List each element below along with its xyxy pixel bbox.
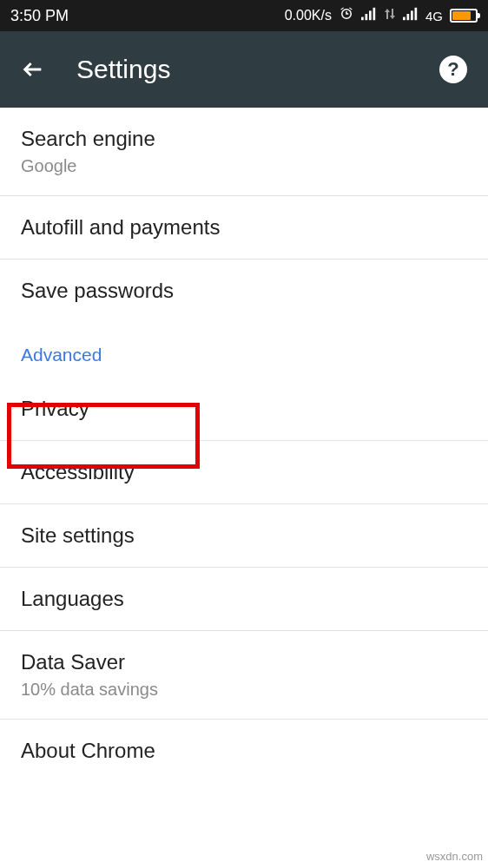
accessibility-item[interactable]: Accessibility bbox=[0, 441, 488, 504]
item-subtitle: 10% data savings bbox=[21, 680, 467, 700]
languages-item[interactable]: Languages bbox=[0, 568, 488, 631]
about-chrome-item[interactable]: About Chrome bbox=[0, 720, 488, 782]
svg-rect-3 bbox=[373, 7, 375, 19]
svg-rect-1 bbox=[365, 14, 367, 20]
svg-rect-7 bbox=[414, 7, 417, 19]
svg-rect-5 bbox=[406, 14, 409, 20]
status-bar: 3:50 PM 0.00K/s 4G bbox=[0, 0, 488, 31]
alarm-icon bbox=[339, 6, 354, 26]
settings-list: Search engine Google Autofill and paymen… bbox=[0, 108, 488, 782]
item-subtitle: Google bbox=[21, 156, 467, 176]
svg-rect-6 bbox=[411, 10, 413, 20]
help-button[interactable]: ? bbox=[439, 56, 467, 83]
data-saver-item[interactable]: Data Saver 10% data savings bbox=[0, 631, 488, 720]
signal-icon bbox=[361, 7, 377, 25]
item-title: Search engine bbox=[21, 127, 467, 151]
item-title: Autofill and payments bbox=[21, 215, 467, 240]
signal-icon bbox=[403, 7, 419, 25]
data-arrows-icon bbox=[384, 7, 396, 25]
item-title: Privacy bbox=[21, 397, 467, 421]
help-icon: ? bbox=[447, 58, 458, 81]
item-title: Data Saver bbox=[21, 650, 467, 674]
search-engine-item[interactable]: Search engine Google bbox=[0, 108, 488, 196]
status-time: 3:50 PM bbox=[10, 7, 69, 25]
network-speed: 0.00K/s bbox=[285, 8, 332, 23]
app-bar: Settings ? bbox=[0, 31, 488, 108]
battery-icon bbox=[450, 9, 478, 23]
save-passwords-item[interactable]: Save passwords bbox=[0, 260, 488, 322]
item-title: Save passwords bbox=[21, 279, 467, 303]
watermark: wsxdn.com bbox=[426, 850, 483, 863]
item-title: Site settings bbox=[21, 523, 467, 548]
back-button[interactable] bbox=[21, 57, 45, 82]
site-settings-item[interactable]: Site settings bbox=[0, 504, 488, 568]
autofill-payments-item[interactable]: Autofill and payments bbox=[0, 196, 488, 260]
status-right: 0.00K/s 4G bbox=[285, 6, 478, 26]
item-title: Accessibility bbox=[21, 460, 467, 484]
advanced-section-header: Advanced bbox=[0, 322, 488, 378]
svg-rect-0 bbox=[361, 16, 364, 20]
item-title: Languages bbox=[21, 587, 467, 611]
network-type: 4G bbox=[425, 9, 443, 23]
svg-rect-4 bbox=[403, 16, 406, 20]
privacy-item[interactable]: Privacy bbox=[0, 378, 488, 441]
svg-rect-2 bbox=[369, 10, 372, 20]
item-title: About Chrome bbox=[21, 739, 467, 763]
page-title: Settings bbox=[76, 55, 408, 84]
